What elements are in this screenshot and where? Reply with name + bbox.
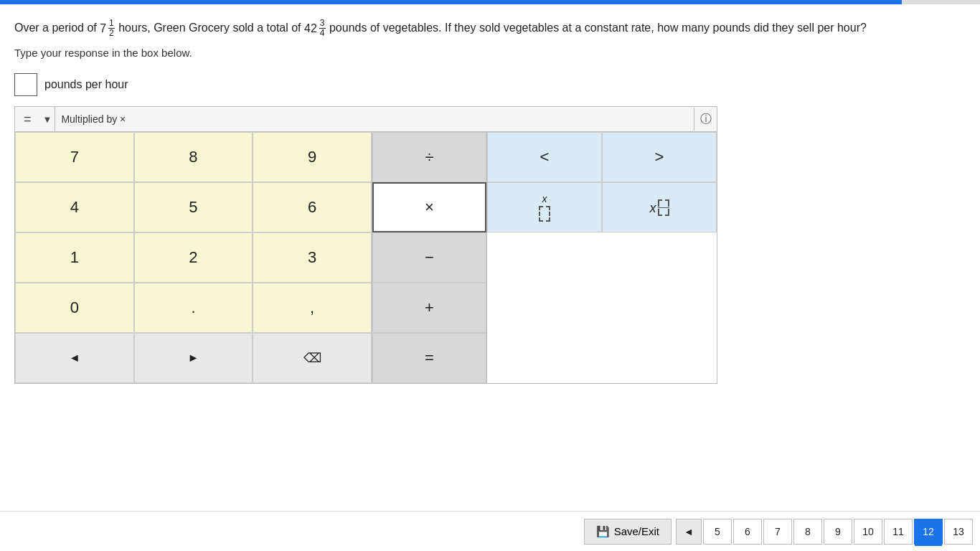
key-1[interactable]: 1 bbox=[15, 232, 134, 283]
keypad-right: < > x x bbox=[487, 132, 717, 383]
key-9[interactable]: 9 bbox=[253, 132, 372, 182]
key-x-fraction[interactable]: x bbox=[602, 182, 717, 232]
question-text-part2: hours, Green Grocery sold a total of bbox=[118, 22, 304, 34]
page-5-button[interactable]: 5 bbox=[703, 519, 732, 545]
fraction-2: 3 4 bbox=[319, 19, 326, 38]
page-8-button[interactable]: 8 bbox=[793, 519, 822, 545]
page-11-button[interactable]: 11 bbox=[884, 519, 913, 545]
answer-input-box[interactable] bbox=[14, 73, 37, 96]
pounds-per-hour-label: pounds per hour bbox=[44, 78, 128, 91]
key-decimal[interactable]: . bbox=[134, 283, 253, 333]
question-text: Over a period of 7 1 2 hours, Green Groc… bbox=[14, 19, 966, 38]
x-fraction-symbol: x bbox=[650, 199, 669, 216]
key-5[interactable]: 5 bbox=[134, 182, 253, 232]
whole-number-1: 7 bbox=[100, 19, 106, 38]
key-0[interactable]: 0 bbox=[15, 283, 134, 333]
keypad-container: 7 8 9 4 5 6 1 2 3 0 . , ◄ ► ⌫ ÷ × − + = bbox=[14, 132, 717, 384]
key-4[interactable]: 4 bbox=[15, 182, 134, 232]
toolbar-dropdown-button[interactable]: ▼ bbox=[40, 113, 55, 126]
x-frac-letter: x bbox=[650, 201, 656, 216]
keypad-middle: ÷ × − + = bbox=[372, 132, 487, 383]
progress-bar-fill bbox=[0, 0, 902, 4]
key-x-subscript[interactable]: x bbox=[487, 182, 602, 232]
mixed-number-2: 42 3 4 bbox=[304, 19, 326, 38]
page-7-button[interactable]: 7 bbox=[763, 519, 792, 545]
key-8[interactable]: 8 bbox=[134, 132, 253, 182]
question-text-part3: pounds of vegetables. If they sold veget… bbox=[329, 22, 867, 34]
subscript-box bbox=[539, 206, 550, 222]
instruction-text: Type your response in the box below. bbox=[14, 47, 966, 59]
toolbar-equals: = bbox=[15, 112, 40, 127]
progress-bar-container bbox=[0, 0, 980, 4]
page-12-button[interactable]: 12 bbox=[914, 519, 943, 545]
whole-number-2: 42 bbox=[304, 19, 317, 38]
fraction-1-numerator: 1 bbox=[108, 19, 115, 29]
x-subscript-symbol: x bbox=[539, 193, 550, 222]
answer-row: pounds per hour bbox=[14, 73, 966, 96]
key-right-arrow[interactable]: ► bbox=[134, 333, 253, 383]
page-9-button[interactable]: 9 bbox=[824, 519, 852, 545]
fraction-2-numerator: 3 bbox=[319, 19, 326, 29]
key-backspace[interactable]: ⌫ bbox=[253, 333, 372, 383]
fraction-2-denominator: 4 bbox=[319, 29, 326, 38]
keypad-left: 7 8 9 4 5 6 1 2 3 0 . , ◄ ► ⌫ bbox=[15, 132, 372, 383]
key-7[interactable]: 7 bbox=[15, 132, 134, 182]
toolbar-multiplied-by-label: Multiplied by × bbox=[55, 113, 694, 125]
bottom-navigation: 💾 Save/Exit ◄ 5 6 7 8 9 10 11 12 13 bbox=[0, 511, 980, 551]
key-equals[interactable]: = bbox=[372, 333, 486, 383]
mixed-number-1: 7 1 2 bbox=[100, 19, 116, 38]
fraction-top-box bbox=[658, 199, 669, 207]
key-plus[interactable]: + bbox=[372, 283, 486, 333]
save-icon: 💾 bbox=[596, 525, 610, 538]
key-less-than[interactable]: < bbox=[487, 132, 602, 182]
page-6-button[interactable]: 6 bbox=[733, 519, 762, 545]
page-10-button[interactable]: 10 bbox=[854, 519, 882, 545]
x-letter: x bbox=[542, 193, 547, 204]
key-comma[interactable]: , bbox=[253, 283, 372, 333]
key-2[interactable]: 2 bbox=[134, 232, 253, 283]
fraction-1-denominator: 2 bbox=[108, 29, 115, 38]
key-6[interactable]: 6 bbox=[253, 182, 372, 232]
fraction-1: 1 2 bbox=[108, 19, 115, 38]
key-minus[interactable]: − bbox=[372, 232, 486, 283]
key-left-arrow[interactable]: ◄ bbox=[15, 333, 134, 383]
question-text-part1: Over a period of bbox=[14, 22, 100, 34]
save-exit-label: Save/Exit bbox=[614, 525, 659, 537]
toolbar-row: = ▼ Multiplied by × ⓘ bbox=[14, 106, 717, 132]
toolbar-info-button[interactable]: ⓘ bbox=[694, 108, 717, 131]
key-3[interactable]: 3 bbox=[253, 232, 372, 283]
key-multiply[interactable]: × bbox=[372, 182, 486, 232]
page-13-button[interactable]: 13 bbox=[944, 519, 973, 545]
key-greater-than[interactable]: > bbox=[602, 132, 717, 182]
prev-page-button[interactable]: ◄ bbox=[676, 519, 702, 545]
key-divide[interactable]: ÷ bbox=[372, 132, 486, 182]
fraction-box-container bbox=[658, 199, 669, 216]
fraction-line bbox=[658, 207, 669, 208]
fraction-bottom-box bbox=[658, 209, 669, 216]
save-exit-button[interactable]: 💾 Save/Exit bbox=[584, 519, 672, 545]
